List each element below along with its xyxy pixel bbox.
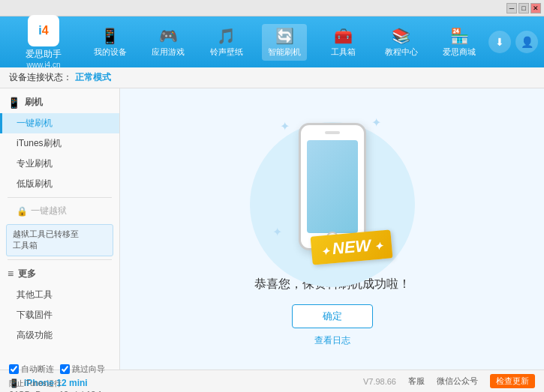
sparkle-icon-3: ✦ (272, 225, 282, 239)
auto-close-label: 自动断连 (21, 364, 54, 375)
phone-speaker (325, 131, 340, 134)
logo-icon: i4 (28, 15, 59, 46)
sidebar-info-box: 越狱工具已转移至工具箱 (6, 224, 113, 256)
sidebar-item-itunes-flash[interactable]: iTunes刷机 (0, 133, 119, 154)
store-icon: 🏪 (450, 27, 469, 45)
main-layout: 📱 刷机 一键刷机 iTunes刷机 专业刷机 低版刷机 🔒 一键越狱 越狱工具… (0, 88, 544, 370)
sparkle-icon-2: ✦ (371, 115, 381, 130)
sidebar-flash-header: 📱 刷机 (0, 91, 119, 113)
window-controls[interactable]: ─ □ ✕ (506, 3, 541, 13)
check-update-button[interactable]: 检查更新 (490, 374, 535, 388)
nav-bar: 📱 我的设备 🎮 应用游戏 🎵 铃声壁纸 🔄 智能刷机 🧰 工具箱 📚 教程中心… (81, 24, 488, 61)
auto-close-input[interactable] (9, 364, 19, 374)
sidebar-item-one-click-flash[interactable]: 一键刷机 (0, 113, 119, 133)
nav-apps-label: 应用游戏 (152, 46, 185, 58)
close-button[interactable]: ✕ (530, 3, 541, 13)
wechat-public-link[interactable]: 微信公众号 (437, 376, 478, 387)
apps-icon: 🎮 (159, 27, 178, 45)
checkbox-row: 自动断连 跳过向导 (9, 364, 105, 375)
status-value: 正常模式 (75, 71, 111, 84)
more-section-icon: ≡ (8, 268, 14, 280)
sidebar-more-header: ≡ 更多 (0, 263, 119, 285)
nav-my-device-label: 我的设备 (94, 46, 127, 58)
logo-url: www.i4.cn (26, 61, 60, 69)
confirm-button[interactable]: 确定 (292, 304, 373, 328)
version-text: V7.98.66 (363, 377, 396, 386)
header-right: ⬇ 👤 (488, 31, 538, 53)
phone-screen (307, 140, 358, 233)
status-label: 设备连接状态： (9, 71, 72, 84)
sidebar: 📱 刷机 一键刷机 iTunes刷机 专业刷机 低版刷机 🔒 一键越狱 越狱工具… (0, 88, 120, 370)
skip-wizard-checkbox[interactable]: 跳过向导 (60, 364, 105, 375)
ringtone-icon: 🎵 (217, 27, 236, 45)
logo-area: i4 爱思助手 www.i4.cn (6, 15, 81, 69)
phone-body (299, 123, 366, 250)
flash-icon: 🔄 (275, 27, 294, 45)
title-bar: ─ □ ✕ (0, 0, 544, 16)
nav-smart-flash[interactable]: 🔄 智能刷机 (262, 24, 307, 61)
lock-icon: 🔒 (17, 206, 28, 217)
user-button[interactable]: 👤 (515, 31, 538, 53)
sidebar-item-low-version-flash[interactable]: 低版刷机 (0, 174, 119, 194)
tutorials-icon: 📚 (392, 27, 410, 45)
sidebar-item-download-firmware[interactable]: 下载固件 (0, 305, 119, 325)
sidebar-item-advanced[interactable]: 高级功能 (0, 325, 119, 346)
header: i4 爱思助手 www.i4.cn 📱 我的设备 🎮 应用游戏 🎵 铃声壁纸 🔄… (0, 16, 544, 67)
nav-apps-games[interactable]: 🎮 应用游戏 (146, 24, 191, 61)
flash-section-icon: 📱 (8, 97, 20, 109)
nav-store[interactable]: 🏪 爱思商城 (437, 24, 482, 61)
sparkle-icon-1: ✦ (280, 119, 290, 133)
itunes-status: 阻止iTunes运行 (9, 379, 62, 389)
status-bar: 设备连接状态： 正常模式 (0, 67, 544, 88)
nav-smart-flash-label: 智能刷机 (268, 46, 301, 58)
sidebar-item-pro-flash[interactable]: 专业刷机 (0, 154, 119, 174)
nav-tutorials[interactable]: 📚 教程中心 (379, 24, 424, 61)
maximize-button[interactable]: □ (518, 3, 529, 13)
minimize-button[interactable]: ─ (506, 3, 517, 13)
itunes-status-text: 阻止iTunes运行 (9, 379, 62, 388)
download-button[interactable]: ⬇ (488, 31, 511, 53)
nav-toolbox-label: 工具箱 (331, 46, 356, 58)
device-icon: 📱 (101, 27, 119, 45)
nav-my-device[interactable]: 📱 我的设备 (88, 24, 133, 61)
sidebar-divider-2 (8, 259, 112, 260)
nav-tutorials-label: 教程中心 (385, 46, 418, 58)
bottom-right: V7.98.66 客服 微信公众号 检查更新 (363, 374, 535, 388)
back-home-link[interactable]: 查看日志 (314, 334, 350, 347)
nav-ringtones-label: 铃声壁纸 (210, 46, 243, 58)
phone-illustration: ✦ ✦ ✦ NEW (265, 112, 400, 262)
toolbox-icon: 🧰 (334, 27, 353, 45)
auto-close-checkbox[interactable]: 自动断连 (9, 364, 54, 375)
nav-toolbox[interactable]: 🧰 工具箱 (320, 24, 365, 61)
sidebar-flash-label: 刷机 (25, 96, 43, 109)
bottom-bar: 自动断连 跳过向导 📱 iPhone 12 mini 64GB Down-12m… (0, 370, 544, 392)
sidebar-jailbreak-locked: 🔒 一键越狱 (0, 201, 119, 221)
logo-title: 爱思助手 (26, 48, 62, 61)
skip-wizard-label: 跳过向导 (72, 364, 105, 375)
nav-store-label: 爱思商城 (443, 46, 476, 58)
skip-wizard-input[interactable] (60, 364, 70, 374)
nav-ringtones[interactable]: 🎵 铃声壁纸 (204, 24, 249, 61)
jailbreak-label: 一键越狱 (31, 205, 67, 217)
customer-service-link[interactable]: 客服 (408, 376, 425, 387)
sidebar-more-label: 更多 (18, 268, 36, 280)
sidebar-divider-1 (8, 197, 112, 198)
content-area: ✦ ✦ ✦ NEW 恭喜您，保资料刷机成功啦！ 确定 查看日志 (120, 88, 544, 370)
sidebar-item-other-tools[interactable]: 其他工具 (0, 285, 119, 305)
